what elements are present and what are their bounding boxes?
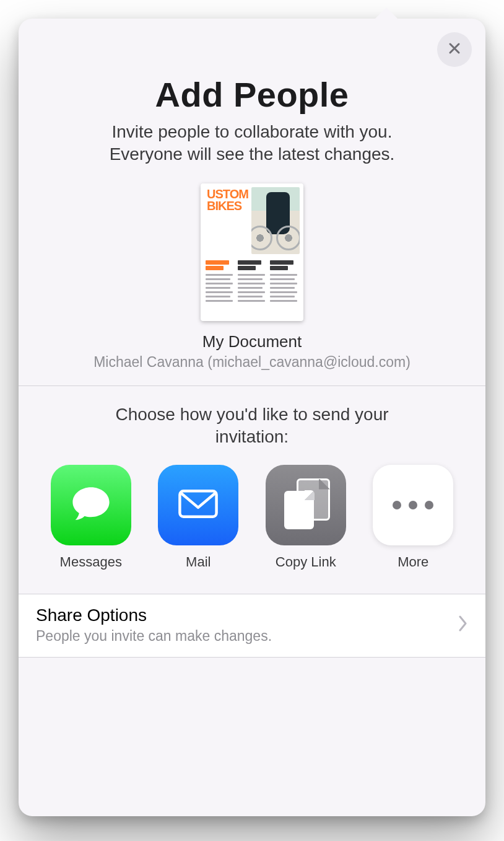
messages-icon — [68, 481, 114, 529]
mail-icon — [175, 481, 221, 529]
document-thumbnail: USTOM BIKES — [201, 183, 303, 321]
messages-label: Messages — [47, 554, 135, 570]
more-button[interactable]: More — [370, 465, 458, 570]
close-button[interactable] — [437, 32, 472, 67]
add-people-popover: Add People Invite people to collaborate … — [19, 19, 485, 816]
thumb-title-line1: USTOM — [207, 188, 248, 200]
mail-button[interactable]: Mail — [155, 465, 243, 570]
mail-label: Mail — [155, 554, 243, 570]
document-owner: Michael Cavanna (michael_cavanna@icloud.… — [43, 354, 461, 371]
page-subtitle: Invite people to collaborate with you. E… — [79, 121, 425, 166]
svg-rect-0 — [180, 491, 217, 516]
share-options-subtitle: People you invite can make changes. — [36, 628, 272, 645]
messages-button[interactable]: Messages — [47, 465, 135, 570]
document-preview: USTOM BIKES My Document — [43, 183, 461, 371]
copy-link-label: Copy Link — [262, 554, 350, 570]
more-label: More — [370, 554, 458, 570]
more-icon — [393, 501, 433, 509]
share-options-title: Share Options — [36, 605, 272, 625]
share-options-row[interactable]: Share Options People you invite can make… — [19, 594, 485, 658]
invitation-methods: Messages Mail Co — [43, 465, 461, 589]
document-name: My Document — [43, 332, 461, 351]
close-icon — [447, 41, 462, 58]
copy-link-icon — [284, 478, 328, 532]
copy-link-button[interactable]: Copy Link — [262, 465, 350, 570]
chevron-right-icon — [458, 615, 468, 635]
thumb-title-line2: BIKES — [207, 200, 248, 212]
choose-invitation-label: Choose how you'd like to send your invit… — [79, 403, 425, 449]
page-title: Add People — [43, 74, 461, 115]
thumb-photo — [251, 187, 300, 254]
section-divider — [19, 385, 485, 386]
